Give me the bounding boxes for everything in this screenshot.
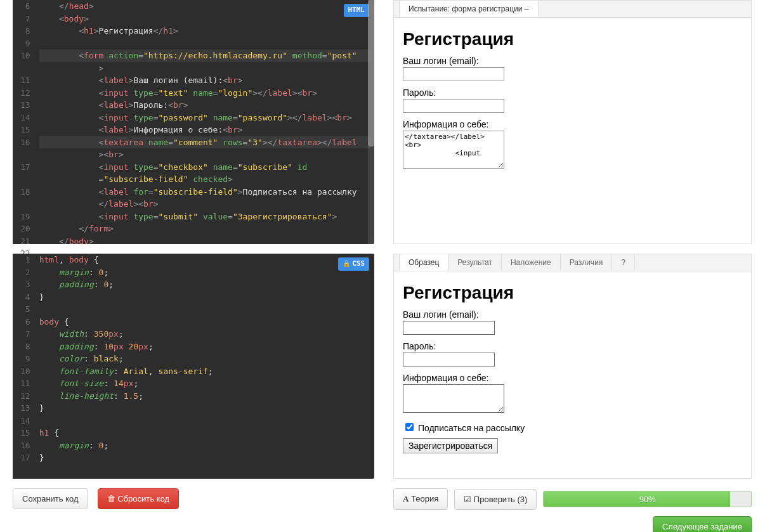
compare-heading: Регистрация [403, 283, 742, 303]
next-task-button[interactable]: Следующее задание [653, 516, 752, 532]
result-tab[interactable]: Испытание: форма регистрации – [399, 0, 539, 17]
font-icon: A [403, 494, 409, 503]
subscribe-label: Подписаться на рассылку [418, 423, 525, 433]
html-editor[interactable]: HTML 678910111213141516171819202122 </he… [13, 0, 374, 244]
css-badge: CSS [338, 257, 369, 271]
preview-heading: Регистрация [403, 29, 742, 49]
login-input[interactable] [403, 67, 504, 81]
compare-tab-0[interactable]: Образец [399, 254, 448, 271]
subscribe-checkbox[interactable] [405, 423, 414, 431]
result-preview-panel: Испытание: форма регистрации – Регистрац… [393, 0, 752, 244]
compare-panel: ОбразецРезультатНаложениеРазличия? Регис… [393, 254, 752, 479]
compare-tab-3[interactable]: Различия [561, 254, 613, 271]
password-input-2[interactable] [403, 353, 495, 367]
html-badge: HTML [344, 4, 370, 17]
compare-tab-2[interactable]: Наложение [502, 254, 561, 271]
about-label: Информация о себе: [403, 119, 742, 129]
submit-button[interactable]: Зарегистрироваться [403, 438, 498, 453]
check-button[interactable]: ☑ Проверить (3) [454, 489, 537, 510]
compare-tab-1[interactable]: Результат [448, 254, 502, 271]
scrollbar[interactable] [368, 0, 374, 244]
password-label: Пароль: [403, 88, 742, 98]
login-label: Ваш логин (email): [403, 56, 742, 66]
css-editor[interactable]: CSS 1234567891011121314151617 html, body… [13, 254, 374, 479]
progress-bar: 90% [543, 491, 752, 507]
login-label-2: Ваш логин (email): [403, 309, 742, 320]
login-input-2[interactable] [403, 321, 495, 335]
theory-button[interactable]: A Теория [393, 488, 448, 510]
reset-button[interactable]: 🗑 Сбросить код [98, 488, 179, 509]
save-button[interactable]: Сохранить код [13, 488, 88, 509]
progress-text: 90% [544, 491, 751, 507]
check-icon: ☑ [464, 495, 471, 504]
about-label-2: Информация о себе: [403, 373, 742, 383]
about-textarea[interactable] [403, 131, 504, 169]
about-textarea-2[interactable] [403, 384, 504, 413]
compare-tab-4[interactable]: ? [612, 254, 635, 271]
password-label-2: Пароль: [403, 341, 742, 351]
password-input[interactable] [403, 99, 504, 113]
trash-icon: 🗑 [107, 494, 115, 503]
